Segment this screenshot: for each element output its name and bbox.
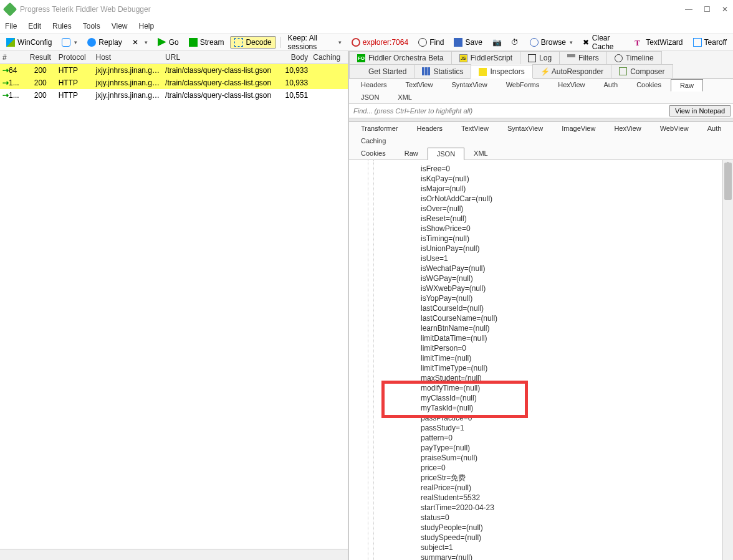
json-line: pattern=0 (421, 433, 733, 443)
find-button[interactable]: Find (414, 37, 448, 48)
resptab-headers[interactable]: Headers (408, 122, 453, 135)
close-button[interactable]: ✕ (722, 5, 728, 14)
tab-fiddler-orchestra-beta[interactable]: FOFiddler Orchestra Beta (349, 51, 452, 64)
json-vscroll[interactable]: ▲ (722, 160, 733, 560)
scroll-thumb[interactable] (724, 163, 732, 200)
resptab-cookies[interactable]: Cookies (352, 147, 395, 159)
resptab-auth[interactable]: Auth (698, 122, 731, 135)
resptab-xml[interactable]: XML (464, 147, 497, 159)
statistics-icon (422, 67, 430, 75)
json-line: summary=(null) (421, 553, 733, 560)
json-line: isTiming=(null) (421, 234, 733, 244)
reqtab-xml[interactable]: XML (388, 91, 421, 103)
view-in-notepad-button[interactable]: View in Notepad (669, 105, 731, 116)
reqtab-syntaxview[interactable]: SyntaxView (442, 78, 496, 91)
timeline-icon (615, 54, 623, 62)
screenshot-button[interactable]: 📷 (489, 37, 505, 48)
menu-rules[interactable]: Rules (52, 22, 72, 31)
comment-button[interactable]: ▾ (58, 37, 81, 48)
request-tabs: HeadersTextViewSyntaxViewWebFormsHexView… (349, 78, 733, 104)
resptab-syntaxview[interactable]: SyntaxView (498, 122, 552, 135)
browse-button[interactable]: Browse▾ (526, 37, 577, 48)
clearcache-button[interactable]: ✖Clear Cache (579, 32, 628, 52)
resptab-transformer[interactable]: Transformer (352, 122, 408, 135)
go-button[interactable]: Go (154, 37, 183, 48)
json-line: studySpeed=(null) (421, 533, 733, 543)
col-header[interactable]: Host (93, 51, 163, 64)
tab-statistics[interactable]: Statistics (414, 64, 471, 78)
decode-button[interactable]: Decode (230, 36, 275, 49)
json-line: praiseSum=(null) (421, 453, 733, 463)
sessions-hscroll[interactable] (0, 549, 348, 560)
sessions-header: #ResultProtocolHostURLBodyCaching (0, 51, 348, 64)
save-button[interactable]: Save (450, 37, 486, 48)
menu-edit[interactable]: Edit (28, 22, 41, 31)
titlebar: Progress Telerik Fiddler Web Debugger — … (0, 0, 733, 19)
menu-file[interactable]: File (5, 22, 17, 31)
json-tree-view[interactable]: isFree=0isKqPay=(null)isMajor=(null)isOr… (349, 160, 733, 560)
col-header[interactable]: URL (163, 51, 278, 64)
tab-get-started[interactable]: Get Started (349, 64, 414, 78)
winconfig-button[interactable]: WinConfig (2, 37, 55, 48)
tab-autoresponder[interactable]: ⚡AutoResponder (532, 64, 611, 78)
menu-view[interactable]: View (112, 22, 128, 31)
minimize-button[interactable]: — (685, 5, 692, 14)
textwizard-button[interactable]: TTextWizard (631, 37, 686, 48)
col-header[interactable]: Protocol (56, 51, 93, 64)
json-line: startTime=2020-04-23 (421, 503, 733, 513)
remove-button[interactable]: ✕▾ (128, 37, 151, 48)
json-line: isWechatPay=(null) (421, 263, 733, 273)
reqtab-auth[interactable]: Auth (595, 78, 628, 91)
resptab-json[interactable]: JSON (428, 148, 464, 160)
col-header[interactable]: Body (278, 51, 310, 64)
json-line: realPrice=(null) (421, 483, 733, 493)
tab-filters[interactable]: Filters (559, 51, 607, 64)
menu-tools[interactable]: Tools (83, 22, 100, 31)
json-line: passPractice=0 (421, 413, 733, 423)
resptab-webview[interactable]: WebView (651, 122, 698, 135)
resptab-imageview[interactable]: ImageView (552, 122, 605, 135)
session-row[interactable]: ⇢1...200HTTPjxjy.jnhrss.jinan.go.../trai… (0, 77, 348, 89)
reqtab-raw[interactable]: Raw (671, 79, 703, 92)
sessions-body[interactable]: ⇢64200HTTPjxjy.jnhrss.jinan.go.../train/… (0, 64, 348, 549)
process-filter-button[interactable]: explorer:7064 (348, 37, 412, 48)
col-header[interactable]: Result (25, 51, 56, 64)
json-line: payType=(null) (421, 443, 733, 453)
get-started-icon (357, 67, 365, 75)
col-header[interactable]: # (0, 51, 25, 64)
replay-button[interactable]: Replay (84, 37, 125, 48)
resptab-raw[interactable]: Raw (395, 147, 428, 159)
col-header[interactable]: Caching (310, 51, 348, 64)
reqtab-hexview[interactable]: HexView (549, 78, 594, 91)
keep-sessions-dropdown[interactable]: Keep: All sessions▾ (284, 32, 345, 52)
tab-composer[interactable]: Composer (611, 64, 673, 78)
menu-help[interactable]: Help (139, 22, 155, 31)
reqtab-headers[interactable]: Headers (352, 78, 396, 91)
stream-button[interactable]: Stream (185, 37, 228, 48)
autoresponder-icon: ⚡ (540, 67, 549, 75)
session-row[interactable]: ⇢64200HTTPjxjy.jnhrss.jinan.go.../train/… (0, 64, 348, 77)
reqtab-cookies[interactable]: Cookies (627, 78, 671, 91)
json-line: priceStr=免费 (421, 473, 733, 483)
resptab-hexview[interactable]: HexView (605, 122, 650, 135)
resptab-textview[interactable]: TextView (452, 122, 498, 135)
find-bar: View in Notepad (349, 104, 733, 118)
find-input[interactable] (352, 105, 669, 116)
json-line: isWGPay=(null) (421, 273, 733, 283)
tab-inspectors[interactable]: Inspectors (471, 65, 532, 78)
app-icon (3, 2, 17, 17)
tearoff-button[interactable]: Tearoff (689, 37, 731, 48)
timer-button[interactable]: ⏱ (507, 37, 524, 48)
reqtab-json[interactable]: JSON (352, 91, 388, 103)
json-line: limitTimeType=(null) (421, 363, 733, 373)
session-row[interactable]: ⇢1...200HTTPjxjy.jnhrss.jinan.go.../trai… (0, 89, 348, 102)
resptab-caching[interactable]: Caching (352, 135, 395, 147)
tab-timeline[interactable]: Timeline (606, 51, 662, 64)
tab-fiddlerscript[interactable]: JSFiddlerScript (451, 51, 520, 64)
tab-log[interactable]: Log (520, 51, 560, 64)
reqtab-webforms[interactable]: WebForms (497, 78, 549, 91)
inspectors-icon (479, 68, 487, 76)
json-line: isWXwebPay=(null) (421, 283, 733, 293)
maximize-button[interactable]: ☐ (704, 5, 711, 14)
reqtab-textview[interactable]: TextView (396, 78, 443, 91)
